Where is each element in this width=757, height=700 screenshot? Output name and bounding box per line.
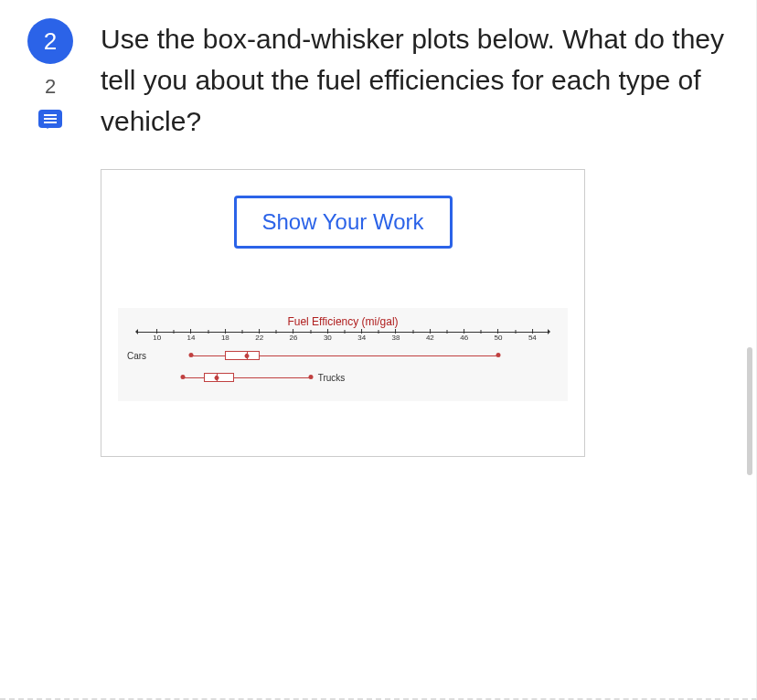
left-column: 2 2 (27, 18, 73, 128)
chat-icon[interactable] (38, 110, 62, 128)
question-text: Use the box-and-whisker plots below. Wha… (101, 18, 729, 142)
axis-tick: 34 (357, 330, 366, 342)
question-number-badge: 2 (27, 18, 73, 64)
boxplot-row: Cars (127, 348, 559, 365)
right-column: Use the box-and-whisker plots below. Wha… (101, 18, 729, 457)
axis-tick: 10 (153, 330, 161, 342)
show-your-work-button[interactable]: Show Your Work (234, 196, 453, 249)
chart-axis: 101418222630343842465054 (127, 330, 559, 343)
axis-tick: 42 (426, 330, 434, 342)
scrollbar[interactable] (747, 347, 752, 475)
axis-tick: 14 (187, 330, 196, 342)
axis-tick: 46 (460, 330, 468, 342)
axis-tick: 22 (255, 330, 263, 342)
boxplot-label: Trucks (318, 373, 346, 383)
axis-tick: 38 (392, 330, 400, 342)
boxplot-chart: Fuel Efficiency (mi/gal) 101418222630343… (118, 308, 568, 401)
boxplot-label: Cars (127, 351, 146, 361)
axis-tick: 26 (290, 330, 298, 342)
comment-count: 2 (45, 75, 56, 99)
question-number: 2 (44, 27, 57, 56)
axis-tick: 50 (495, 330, 503, 342)
boxplot-row: Trucks (127, 370, 559, 387)
work-panel: Show Your Work Fuel Efficiency (mi/gal) … (101, 169, 585, 457)
axis-tick: 30 (324, 330, 332, 342)
axis-tick: 54 (528, 330, 537, 342)
axis-tick: 18 (221, 330, 229, 342)
question-container: 2 2 Use the box-and-whisker plots below.… (27, 18, 729, 457)
chart-title: Fuel Efficiency (mi/gal) (127, 315, 559, 328)
